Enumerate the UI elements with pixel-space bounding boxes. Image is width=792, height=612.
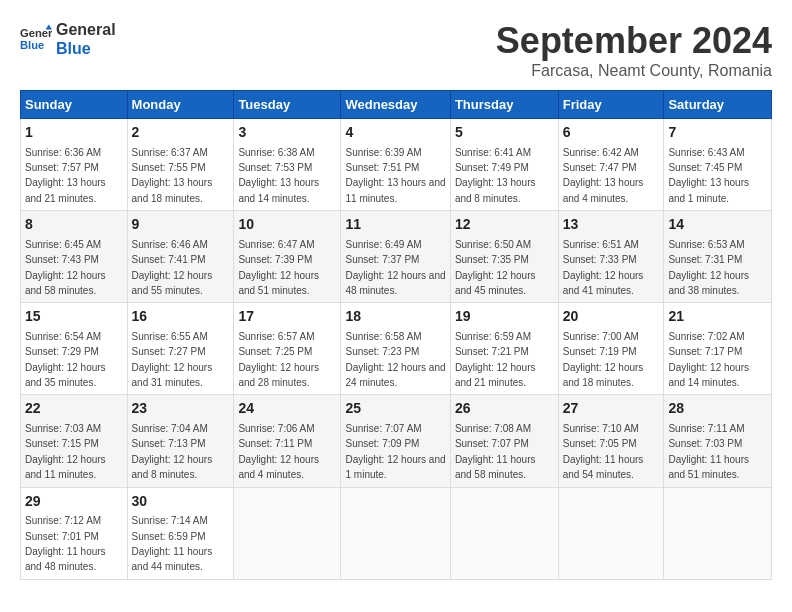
calendar-cell: 13 Sunrise: 6:51 AMSunset: 7:33 PMDaylig… <box>558 211 664 303</box>
day-info: Sunrise: 7:12 AMSunset: 7:01 PMDaylight:… <box>25 515 106 572</box>
calendar-cell <box>234 487 341 579</box>
calendar-cell: 6 Sunrise: 6:42 AMSunset: 7:47 PMDayligh… <box>558 119 664 211</box>
day-number: 30 <box>132 492 230 512</box>
day-info: Sunrise: 6:57 AMSunset: 7:25 PMDaylight:… <box>238 331 319 388</box>
day-number: 23 <box>132 399 230 419</box>
day-number: 20 <box>563 307 660 327</box>
calendar-cell: 17 Sunrise: 6:57 AMSunset: 7:25 PMDaylig… <box>234 303 341 395</box>
day-number: 15 <box>25 307 123 327</box>
calendar-cell: 26 Sunrise: 7:08 AMSunset: 7:07 PMDaylig… <box>450 395 558 487</box>
day-number: 22 <box>25 399 123 419</box>
calendar-header-thursday: Thursday <box>450 91 558 119</box>
calendar-header-friday: Friday <box>558 91 664 119</box>
day-number: 10 <box>238 215 336 235</box>
calendar-cell: 2 Sunrise: 6:37 AMSunset: 7:55 PMDayligh… <box>127 119 234 211</box>
calendar-cell: 1 Sunrise: 6:36 AMSunset: 7:57 PMDayligh… <box>21 119 128 211</box>
day-number: 29 <box>25 492 123 512</box>
day-number: 6 <box>563 123 660 143</box>
calendar-cell: 19 Sunrise: 6:59 AMSunset: 7:21 PMDaylig… <box>450 303 558 395</box>
day-number: 5 <box>455 123 554 143</box>
logo: General Blue General Blue <box>20 20 116 58</box>
day-number: 26 <box>455 399 554 419</box>
day-info: Sunrise: 6:54 AMSunset: 7:29 PMDaylight:… <box>25 331 106 388</box>
calendar-body: 1 Sunrise: 6:36 AMSunset: 7:57 PMDayligh… <box>21 119 772 580</box>
day-info: Sunrise: 7:11 AMSunset: 7:03 PMDaylight:… <box>668 423 749 480</box>
day-info: Sunrise: 6:36 AMSunset: 7:57 PMDaylight:… <box>25 147 106 204</box>
day-number: 9 <box>132 215 230 235</box>
day-info: Sunrise: 6:55 AMSunset: 7:27 PMDaylight:… <box>132 331 213 388</box>
logo-line1: General <box>56 20 116 39</box>
day-number: 28 <box>668 399 767 419</box>
calendar-cell: 25 Sunrise: 7:07 AMSunset: 7:09 PMDaylig… <box>341 395 450 487</box>
day-info: Sunrise: 6:50 AMSunset: 7:35 PMDaylight:… <box>455 239 536 296</box>
day-info: Sunrise: 6:43 AMSunset: 7:45 PMDaylight:… <box>668 147 749 204</box>
calendar-cell: 15 Sunrise: 6:54 AMSunset: 7:29 PMDaylig… <box>21 303 128 395</box>
day-info: Sunrise: 7:00 AMSunset: 7:19 PMDaylight:… <box>563 331 644 388</box>
calendar-cell: 22 Sunrise: 7:03 AMSunset: 7:15 PMDaylig… <box>21 395 128 487</box>
day-info: Sunrise: 6:38 AMSunset: 7:53 PMDaylight:… <box>238 147 319 204</box>
logo-line2: Blue <box>56 39 116 58</box>
day-number: 1 <box>25 123 123 143</box>
page-header: General Blue General Blue September 2024… <box>20 20 772 80</box>
calendar-cell: 4 Sunrise: 6:39 AMSunset: 7:51 PMDayligh… <box>341 119 450 211</box>
day-number: 17 <box>238 307 336 327</box>
calendar-cell: 30 Sunrise: 7:14 AMSunset: 6:59 PMDaylig… <box>127 487 234 579</box>
calendar-cell: 16 Sunrise: 6:55 AMSunset: 7:27 PMDaylig… <box>127 303 234 395</box>
day-number: 19 <box>455 307 554 327</box>
day-number: 8 <box>25 215 123 235</box>
calendar-cell <box>450 487 558 579</box>
calendar-cell: 28 Sunrise: 7:11 AMSunset: 7:03 PMDaylig… <box>664 395 772 487</box>
location-title: Farcasa, Neamt County, Romania <box>496 62 772 80</box>
day-info: Sunrise: 7:03 AMSunset: 7:15 PMDaylight:… <box>25 423 106 480</box>
calendar-table: SundayMondayTuesdayWednesdayThursdayFrid… <box>20 90 772 580</box>
calendar-cell: 14 Sunrise: 6:53 AMSunset: 7:31 PMDaylig… <box>664 211 772 303</box>
svg-text:Blue: Blue <box>20 39 44 51</box>
calendar-cell <box>664 487 772 579</box>
calendar-week-row: 29 Sunrise: 7:12 AMSunset: 7:01 PMDaylig… <box>21 487 772 579</box>
calendar-cell: 12 Sunrise: 6:50 AMSunset: 7:35 PMDaylig… <box>450 211 558 303</box>
day-number: 2 <box>132 123 230 143</box>
day-info: Sunrise: 6:42 AMSunset: 7:47 PMDaylight:… <box>563 147 644 204</box>
day-info: Sunrise: 6:59 AMSunset: 7:21 PMDaylight:… <box>455 331 536 388</box>
calendar-cell <box>341 487 450 579</box>
day-number: 12 <box>455 215 554 235</box>
day-number: 13 <box>563 215 660 235</box>
calendar-header-saturday: Saturday <box>664 91 772 119</box>
day-info: Sunrise: 7:08 AMSunset: 7:07 PMDaylight:… <box>455 423 536 480</box>
calendar-cell: 18 Sunrise: 6:58 AMSunset: 7:23 PMDaylig… <box>341 303 450 395</box>
calendar-cell: 8 Sunrise: 6:45 AMSunset: 7:43 PMDayligh… <box>21 211 128 303</box>
title-section: September 2024 Farcasa, Neamt County, Ro… <box>496 20 772 80</box>
calendar-cell <box>558 487 664 579</box>
calendar-header-tuesday: Tuesday <box>234 91 341 119</box>
day-info: Sunrise: 6:58 AMSunset: 7:23 PMDaylight:… <box>345 331 445 388</box>
day-number: 4 <box>345 123 445 143</box>
calendar-cell: 20 Sunrise: 7:00 AMSunset: 7:19 PMDaylig… <box>558 303 664 395</box>
day-info: Sunrise: 6:51 AMSunset: 7:33 PMDaylight:… <box>563 239 644 296</box>
day-info: Sunrise: 7:04 AMSunset: 7:13 PMDaylight:… <box>132 423 213 480</box>
day-info: Sunrise: 6:37 AMSunset: 7:55 PMDaylight:… <box>132 147 213 204</box>
day-info: Sunrise: 6:41 AMSunset: 7:49 PMDaylight:… <box>455 147 536 204</box>
month-title: September 2024 <box>496 20 772 62</box>
day-number: 11 <box>345 215 445 235</box>
calendar-cell: 5 Sunrise: 6:41 AMSunset: 7:49 PMDayligh… <box>450 119 558 211</box>
calendar-week-row: 8 Sunrise: 6:45 AMSunset: 7:43 PMDayligh… <box>21 211 772 303</box>
day-info: Sunrise: 6:39 AMSunset: 7:51 PMDaylight:… <box>345 147 445 204</box>
calendar-week-row: 15 Sunrise: 6:54 AMSunset: 7:29 PMDaylig… <box>21 303 772 395</box>
day-info: Sunrise: 6:47 AMSunset: 7:39 PMDaylight:… <box>238 239 319 296</box>
day-number: 24 <box>238 399 336 419</box>
calendar-cell: 23 Sunrise: 7:04 AMSunset: 7:13 PMDaylig… <box>127 395 234 487</box>
calendar-cell: 11 Sunrise: 6:49 AMSunset: 7:37 PMDaylig… <box>341 211 450 303</box>
day-number: 3 <box>238 123 336 143</box>
calendar-week-row: 1 Sunrise: 6:36 AMSunset: 7:57 PMDayligh… <box>21 119 772 211</box>
day-info: Sunrise: 7:06 AMSunset: 7:11 PMDaylight:… <box>238 423 319 480</box>
day-info: Sunrise: 7:10 AMSunset: 7:05 PMDaylight:… <box>563 423 644 480</box>
day-info: Sunrise: 6:45 AMSunset: 7:43 PMDaylight:… <box>25 239 106 296</box>
calendar-header-monday: Monday <box>127 91 234 119</box>
calendar-week-row: 22 Sunrise: 7:03 AMSunset: 7:15 PMDaylig… <box>21 395 772 487</box>
calendar-cell: 3 Sunrise: 6:38 AMSunset: 7:53 PMDayligh… <box>234 119 341 211</box>
day-number: 18 <box>345 307 445 327</box>
day-number: 7 <box>668 123 767 143</box>
day-info: Sunrise: 7:07 AMSunset: 7:09 PMDaylight:… <box>345 423 445 480</box>
day-info: Sunrise: 6:49 AMSunset: 7:37 PMDaylight:… <box>345 239 445 296</box>
calendar-header-row: SundayMondayTuesdayWednesdayThursdayFrid… <box>21 91 772 119</box>
